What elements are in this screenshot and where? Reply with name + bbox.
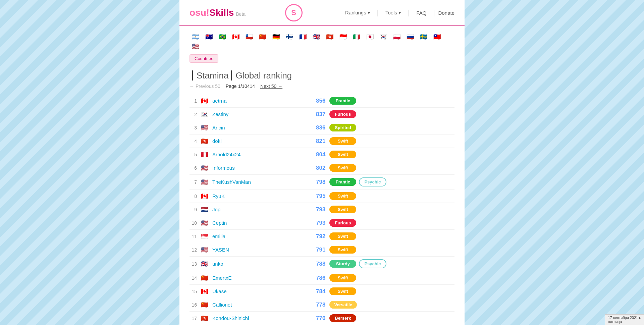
player-flag: 🇨🇳: [199, 271, 210, 285]
table-row: 17🇭🇰Kondou-Shinichi776Berserk: [190, 312, 454, 325]
badge-swift: Swift: [329, 192, 356, 200]
player-link[interactable]: Zestiny: [212, 111, 228, 117]
flag-south-korea[interactable]: 🇰🇷: [377, 33, 389, 41]
page-info: Page 1/10414: [226, 84, 255, 89]
badge-cell: Swift: [327, 243, 454, 257]
player-link[interactable]: Arnold24x24: [212, 152, 240, 157]
player-score: 791: [299, 243, 327, 257]
flags-section: 🇦🇷🇦🇺🇧🇷🇨🇦🇨🇱🇨🇳🇩🇪🇫🇮🇫🇷🇬🇧🇭🇰🇮🇩🇮🇹🇯🇵🇰🇷🇵🇱🇷🇺🇸🇪🇹🇼🇺🇸…: [179, 26, 465, 63]
player-link[interactable]: Kondou-Shinichi: [212, 315, 249, 321]
player-score: 793: [299, 216, 327, 230]
main-container: osu!SkillsBeta S Rankings ▾ | Tools ▾ | …: [179, 0, 465, 325]
player-link[interactable]: RyuK: [212, 193, 225, 199]
player-link[interactable]: Callionet: [212, 302, 232, 308]
prev-page[interactable]: ← Previous 50: [190, 84, 220, 89]
rank-number: 13: [190, 257, 199, 271]
flag-france[interactable]: 🇫🇷: [297, 33, 309, 41]
player-name-cell: TheKushVanMan: [210, 175, 299, 189]
player-link[interactable]: Ceptin: [212, 220, 227, 226]
player-link[interactable]: aetrna: [212, 98, 227, 104]
rank-number: 8: [190, 189, 199, 203]
table-row: 10🇺🇸Ceptin793Furious: [190, 216, 454, 230]
flag-canada[interactable]: 🇨🇦: [230, 33, 242, 41]
nav-rankings[interactable]: Rankings ▾: [342, 8, 374, 17]
player-name-cell: Ceptin: [210, 216, 299, 230]
rank-number: 1: [190, 94, 199, 108]
badge-furious: Furious: [329, 110, 356, 118]
header: osu!SkillsBeta S Rankings ▾ | Tools ▾ | …: [179, 0, 465, 26]
flag-china[interactable]: 🇨🇳: [257, 33, 269, 41]
player-score: 792: [299, 230, 327, 243]
rank-number: 14: [190, 271, 199, 285]
player-link[interactable]: YASEN: [212, 247, 229, 253]
logo-skills: Skills: [209, 7, 234, 18]
badge-cell: Furious: [327, 108, 454, 121]
player-score: 786: [299, 271, 327, 285]
badge-swift: Swift: [329, 274, 356, 282]
player-name-cell: Ukase: [210, 285, 299, 298]
table-row: 13🇬🇧unko788SturdyPsychic: [190, 257, 454, 271]
player-name-cell: Aricin: [210, 121, 299, 134]
player-name-cell: Jop: [210, 203, 299, 216]
player-flag: 🇺🇸: [199, 243, 210, 257]
badge-cell: Versatile: [327, 298, 454, 312]
table-row: 14🇨🇳EmertxE786Swift: [190, 271, 454, 285]
flag-germany[interactable]: 🇩🇪: [270, 33, 282, 41]
flag-argentina[interactable]: 🇦🇷: [190, 33, 202, 41]
flag-united-kingdom[interactable]: 🇬🇧: [310, 33, 322, 41]
rank-number: 11: [190, 230, 199, 243]
player-link[interactable]: Jop: [212, 207, 220, 212]
player-name-cell: aetrna: [210, 94, 299, 108]
player-link[interactable]: EmertxE: [212, 275, 232, 281]
player-link[interactable]: unko: [212, 261, 223, 267]
badge-psychic: Psychic: [359, 259, 386, 268]
player-flag: 🇨🇳: [199, 298, 210, 312]
player-flag: 🇳🇱: [199, 203, 210, 216]
badge-cell: Swift: [327, 148, 454, 161]
player-link[interactable]: Ukase: [212, 288, 227, 294]
player-name-cell: Callionet: [210, 298, 299, 312]
countries-button[interactable]: Countries: [190, 54, 218, 63]
player-link[interactable]: doki: [212, 138, 222, 144]
table-row: 12🇺🇸YASEN791Swift: [190, 243, 454, 257]
flag-australia[interactable]: 🇦🇺: [203, 33, 215, 41]
rank-number: 4: [190, 134, 199, 148]
table-row: 5🇵🇪Arnold24x24804Swift: [190, 148, 454, 161]
nav-faq[interactable]: FAQ: [413, 8, 430, 17]
flag-brazil[interactable]: 🇧🇷: [216, 33, 228, 41]
player-flag: 🇸🇬: [199, 230, 210, 243]
player-link[interactable]: emilia: [212, 233, 225, 239]
flag-italy[interactable]: 🇮🇹: [351, 33, 363, 41]
pagination: ← Previous 50 Page 1/10414 Next 50 →: [190, 84, 454, 89]
donate-link[interactable]: Donate: [438, 10, 454, 16]
flag-chile[interactable]: 🇨🇱: [243, 33, 255, 41]
player-name-cell: unko: [210, 257, 299, 271]
badge-cell: Spirited: [327, 121, 454, 134]
flag-poland[interactable]: 🇵🇱: [391, 33, 403, 41]
flag-russia[interactable]: 🇷🇺: [404, 33, 416, 41]
flag-sweden[interactable]: 🇸🇪: [418, 33, 430, 41]
flag-united-states[interactable]: 🇺🇸: [190, 42, 202, 50]
flag-taiwan[interactable]: 🇹🇼: [431, 33, 443, 41]
player-score: 802: [299, 161, 327, 175]
flag-japan[interactable]: 🇯🇵: [364, 33, 376, 41]
player-flag: 🇺🇸: [199, 216, 210, 230]
ranking-title: StaminaGlobal ranking: [190, 69, 454, 81]
player-link[interactable]: Informous: [212, 165, 235, 171]
badge-swift: Swift: [329, 232, 356, 240]
flag-finland[interactable]: 🇫🇮: [283, 33, 296, 41]
player-flag: 🇭🇰: [199, 134, 210, 148]
flag-indonesia[interactable]: 🇮🇩: [337, 33, 349, 41]
nav-tools[interactable]: Tools ▾: [382, 8, 405, 17]
flag-hong-kong[interactable]: 🇭🇰: [324, 33, 336, 41]
player-score: 837: [299, 108, 327, 121]
table-row: 7🇺🇸TheKushVanMan798FranticPsychic: [190, 175, 454, 189]
badge-spirited: Spirited: [329, 124, 356, 131]
logo-beta: Beta: [236, 11, 246, 17]
rank-number: 7: [190, 175, 199, 189]
player-link[interactable]: Aricin: [212, 125, 225, 130]
next-page[interactable]: Next 50 →: [260, 84, 282, 89]
rank-number: 12: [190, 243, 199, 257]
player-link[interactable]: TheKushVanMan: [212, 179, 251, 185]
badge-cell: Swift: [327, 203, 454, 216]
